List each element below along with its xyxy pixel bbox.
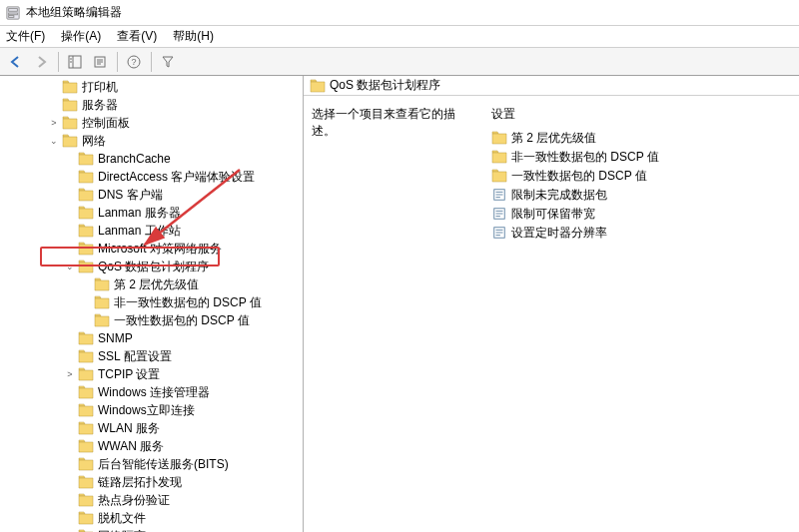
toolbar-export-button[interactable]	[88, 50, 112, 74]
toolbar: ?	[0, 48, 799, 76]
svg-rect-3	[9, 15, 14, 17]
tree-item[interactable]: WWAN 服务	[0, 437, 303, 455]
tree-item[interactable]: ⌄网络	[0, 132, 303, 150]
tree-item[interactable]: Microsoft 对策网络服务	[0, 240, 303, 258]
toolbar-separator	[151, 52, 152, 72]
tree-item[interactable]: 一致性数据包的 DSCP 值	[0, 311, 303, 329]
setting-icon	[491, 188, 507, 202]
settings-heading: 设置	[491, 106, 791, 123]
detail-hint-text: 选择一个项目来查看它的描述。	[312, 107, 455, 138]
tree-item-label: WLAN 服务	[98, 420, 160, 437]
tree-item[interactable]: DirectAccess 客户端体验设置	[0, 168, 303, 186]
menu-action[interactable]: 操作(A)	[61, 28, 101, 45]
folder-icon	[491, 131, 507, 145]
tree-item[interactable]: SSL 配置设置	[0, 347, 303, 365]
tree-item[interactable]: 打印机	[0, 78, 303, 96]
tree-item-label: Windows立即连接	[98, 402, 195, 419]
toolbar-help-button[interactable]: ?	[122, 50, 146, 74]
settings-item-label: 限制可保留带宽	[511, 206, 595, 223]
tree-item-label: BranchCache	[98, 152, 171, 166]
chevron-down-icon[interactable]: ⌄	[48, 135, 60, 147]
folder-icon	[78, 152, 94, 166]
menu-help[interactable]: 帮助(H)	[173, 28, 214, 45]
settings-list: 第 2 层优先级值非一致性数据包的 DSCP 值一致性数据包的 DSCP 值限制…	[491, 129, 791, 242]
tree-item-label: 链路层拓扑发现	[98, 474, 182, 491]
setting-icon	[491, 207, 507, 221]
tree-item[interactable]: Lanman 服务器	[0, 204, 303, 222]
detail-header: QoS 数据包计划程序	[304, 76, 799, 96]
tree-item-label: DirectAccess 客户端体验设置	[98, 169, 255, 186]
folder-icon	[94, 295, 110, 309]
tree-item-label: 控制面板	[82, 115, 130, 132]
tree-item[interactable]: 非一致性数据包的 DSCP 值	[0, 293, 303, 311]
tree-item[interactable]: 第 2 层优先级值	[0, 275, 303, 293]
tree-item[interactable]: >TCPIP 设置	[0, 365, 303, 383]
toolbar-filter-button[interactable]	[156, 50, 180, 74]
folder-icon	[78, 206, 94, 220]
window-title: 本地组策略编辑器	[26, 4, 122, 21]
setting-icon	[491, 226, 507, 240]
tree-item-label: SNMP	[98, 331, 133, 345]
tree-item-label: 后台智能传送服务(BITS)	[98, 456, 229, 473]
folder-icon	[62, 116, 78, 130]
tree-item[interactable]: DNS 客户端	[0, 186, 303, 204]
content-area: 打印机服务器>控制面板⌄网络BranchCacheDirectAccess 客户…	[0, 76, 799, 532]
settings-item-label: 第 2 层优先级值	[511, 130, 596, 147]
tree-item[interactable]: Windows立即连接	[0, 401, 303, 419]
tree-item[interactable]: 服务器	[0, 96, 303, 114]
folder-icon	[62, 80, 78, 94]
tree-item-label: Lanman 服务器	[98, 205, 181, 222]
tree: 打印机服务器>控制面板⌄网络BranchCacheDirectAccess 客户…	[0, 78, 303, 532]
folder-icon	[94, 277, 110, 291]
svg-text:?: ?	[131, 57, 136, 67]
title-bar: 本地组策略编辑器	[0, 0, 799, 26]
tree-item[interactable]: Windows 连接管理器	[0, 383, 303, 401]
tree-item[interactable]: >控制面板	[0, 114, 303, 132]
settings-folder-item[interactable]: 非一致性数据包的 DSCP 值	[491, 148, 791, 166]
settings-policy-item[interactable]: 限制未完成数据包	[491, 186, 791, 204]
tree-item[interactable]: 脱机文件	[0, 509, 303, 527]
settings-item-label: 一致性数据包的 DSCP 值	[511, 168, 647, 185]
folder-icon	[78, 475, 94, 489]
folder-icon	[62, 134, 78, 148]
tree-item[interactable]: Lanman 工作站	[0, 222, 303, 240]
tree-item[interactable]: 热点身份验证	[0, 491, 303, 509]
folder-icon	[78, 331, 94, 345]
toolbar-show-hide-button[interactable]	[63, 50, 87, 74]
menu-file[interactable]: 文件(F)	[6, 28, 45, 45]
settings-folder-item[interactable]: 第 2 层优先级值	[491, 129, 791, 147]
tree-item-label: 网络隔离	[98, 528, 146, 533]
tree-pane[interactable]: 打印机服务器>控制面板⌄网络BranchCacheDirectAccess 客户…	[0, 76, 304, 532]
detail-body: 选择一个项目来查看它的描述。 设置 第 2 层优先级值非一致性数据包的 DSCP…	[304, 96, 799, 253]
tree-item-label: TCPIP 设置	[98, 366, 160, 383]
chevron-right-icon[interactable]: >	[48, 117, 60, 129]
folder-icon	[78, 439, 94, 453]
tree-item[interactable]: BranchCache	[0, 150, 303, 168]
tree-item[interactable]: WLAN 服务	[0, 419, 303, 437]
tree-item[interactable]: SNMP	[0, 329, 303, 347]
settings-policy-item[interactable]: 设置定时器分辨率	[491, 224, 791, 242]
folder-icon	[310, 79, 326, 93]
toolbar-separator	[117, 52, 118, 72]
tree-item-label: 一致性数据包的 DSCP 值	[114, 312, 250, 329]
settings-item-label: 限制未完成数据包	[511, 187, 607, 204]
folder-icon	[78, 511, 94, 525]
menu-view[interactable]: 查看(V)	[117, 28, 157, 45]
chevron-right-icon[interactable]: >	[64, 368, 76, 380]
settings-policy-item[interactable]: 限制可保留带宽	[491, 205, 791, 223]
settings-folder-item[interactable]: 一致性数据包的 DSCP 值	[491, 167, 791, 185]
folder-icon	[94, 313, 110, 327]
tree-item[interactable]: 后台智能传送服务(BITS)	[0, 455, 303, 473]
folder-icon	[491, 150, 507, 164]
tree-item-label: Lanman 工作站	[98, 223, 181, 240]
detail-header-title: QoS 数据包计划程序	[330, 77, 440, 94]
tree-item[interactable]: 网络隔离	[0, 527, 303, 532]
nav-forward-button[interactable]	[29, 50, 53, 74]
tree-item[interactable]: ⌄QoS 数据包计划程序	[0, 258, 303, 275]
tree-item-label: 脱机文件	[98, 510, 146, 527]
chevron-down-icon[interactable]: ⌄	[64, 261, 76, 272]
tree-item-label: Microsoft 对策网络服务	[98, 241, 222, 258]
nav-back-button[interactable]	[4, 50, 28, 74]
folder-icon	[78, 242, 94, 256]
tree-item[interactable]: 链路层拓扑发现	[0, 473, 303, 491]
